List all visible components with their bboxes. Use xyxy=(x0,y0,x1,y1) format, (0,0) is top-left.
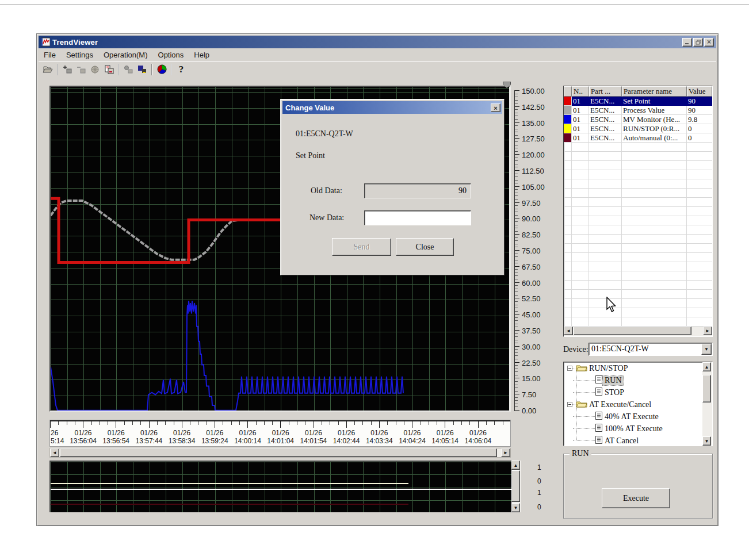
copy-data-icon[interactable] xyxy=(102,63,116,76)
table-row[interactable] xyxy=(564,290,712,299)
dialog-title-bar[interactable]: Change Value xyxy=(282,101,502,114)
scroll-thumb[interactable] xyxy=(511,470,520,502)
table-scrollbar[interactable]: ◄ ► xyxy=(564,327,712,336)
tree-item-label: AT Execute/Cancel xyxy=(587,400,653,409)
scroll-down-arrow[interactable]: ▼ xyxy=(511,503,520,512)
scroll-thumb[interactable] xyxy=(60,448,497,457)
table-row[interactable] xyxy=(564,299,712,308)
table-row[interactable] xyxy=(564,308,712,317)
y-axis-label: 60.00 xyxy=(522,279,541,287)
scroll-up-arrow[interactable]: ▲ xyxy=(511,461,520,470)
y-axis-label: 75.00 xyxy=(522,247,541,255)
comm-settings-icon[interactable] xyxy=(88,63,102,76)
table-row[interactable] xyxy=(564,152,712,161)
table-row[interactable] xyxy=(564,216,712,225)
tree-item-at-execute-cancel[interactable]: AT Execute/Cancel xyxy=(564,398,712,411)
overlap-display-icon[interactable] xyxy=(135,63,149,76)
table-row[interactable] xyxy=(564,170,712,179)
scroll-right-arrow[interactable]: ► xyxy=(703,327,712,335)
table-row[interactable] xyxy=(564,161,712,170)
table-row[interactable]: 01E5CN...Set Point90 xyxy=(564,97,712,106)
scroll-left-arrow[interactable]: ◄ xyxy=(564,327,573,335)
table-row[interactable] xyxy=(564,281,712,290)
y-axis-label: 112.50 xyxy=(522,167,544,175)
digital-chart-scrollbar[interactable]: ▲ ▼ xyxy=(511,461,521,512)
table-row[interactable]: 01E5CN...Process Value90 xyxy=(564,106,712,115)
table-row[interactable] xyxy=(564,271,712,281)
table-cell xyxy=(622,299,687,308)
scroll-right-arrow[interactable]: ► xyxy=(501,448,510,457)
time-axis-label: 01/2613:59:24 xyxy=(197,429,232,445)
close-button[interactable]: Close xyxy=(396,238,454,256)
scroll-up-arrow[interactable]: ▲ xyxy=(702,362,711,371)
table-cell xyxy=(589,271,622,281)
tree-item-run[interactable]: RUN xyxy=(564,374,712,386)
open-file-icon[interactable] xyxy=(41,63,55,76)
help-icon[interactable]: ? xyxy=(174,63,188,76)
restore-button[interactable] xyxy=(693,38,703,47)
add-trend-icon[interactable] xyxy=(60,63,74,76)
table-row[interactable]: 01E5CN...Auto/manual (0:...0 xyxy=(564,133,712,143)
table-cell xyxy=(589,253,622,262)
remove-trend-icon[interactable] xyxy=(74,63,88,76)
table-row[interactable] xyxy=(564,143,712,152)
title-bar[interactable]: TrendViewer × xyxy=(39,36,716,48)
column-header-value[interactable]: Value xyxy=(687,86,712,97)
column-header-parameter-name[interactable]: Parameter name xyxy=(622,86,687,97)
table-row[interactable]: 01E5CN...MV Monitor (He...9.8 xyxy=(564,115,712,124)
minimize-button[interactable] xyxy=(682,38,692,47)
tree-item-run-stop[interactable]: RUN/STOP xyxy=(564,362,712,374)
point-display-icon[interactable] xyxy=(121,63,135,76)
digital-chart-wrap: ▲ ▼ 1010 xyxy=(49,461,521,512)
scroll-down-arrow[interactable]: ▼ xyxy=(702,436,711,446)
menu-item-file[interactable]: File xyxy=(39,49,61,60)
table-cell xyxy=(622,317,687,327)
pie-graph-icon[interactable] xyxy=(155,63,169,76)
table-row[interactable] xyxy=(564,317,712,327)
new-data-input[interactable] xyxy=(364,210,471,225)
column-header-swatch[interactable] xyxy=(564,86,572,97)
close-button[interactable]: × xyxy=(704,38,714,47)
execute-button[interactable]: Execute xyxy=(602,488,670,508)
y-axis-label: 22.50 xyxy=(522,359,541,367)
device-combobox[interactable]: 01:E5CN-Q2T-W ▼ xyxy=(588,343,713,356)
table-cell xyxy=(622,281,687,290)
menu-item-settings[interactable]: Settings xyxy=(61,49,98,60)
tree-item-100-at-execute[interactable]: 100% AT Execute xyxy=(564,423,712,435)
table-cell xyxy=(589,170,622,179)
menu-item-options[interactable]: Options xyxy=(153,49,189,60)
tree-expand-icon[interactable] xyxy=(567,366,572,371)
tree-scrollbar[interactable]: ▲ ▼ xyxy=(702,362,712,446)
table-row[interactable] xyxy=(564,189,712,198)
table-row[interactable] xyxy=(564,207,712,216)
time-scrollbar[interactable]: ◄ ► xyxy=(49,448,511,458)
table-cell xyxy=(572,235,589,244)
table-row[interactable]: 01E5CN...RUN/STOP (0:R...0 xyxy=(564,124,712,133)
change-value-dialog: Change Value × 01:E5CN-Q2T-W Set Point O… xyxy=(280,99,505,275)
table-row[interactable] xyxy=(564,262,712,271)
column-header-part-[interactable]: Part ... xyxy=(589,86,622,97)
column-header-n-[interactable]: N.. xyxy=(572,86,589,97)
table-row[interactable] xyxy=(564,244,712,253)
send-button[interactable]: Send xyxy=(332,238,391,256)
tree-expand-icon[interactable] xyxy=(567,402,572,407)
menu-item-help[interactable]: Help xyxy=(189,49,215,60)
scroll-thumb[interactable] xyxy=(574,327,691,335)
table-row[interactable] xyxy=(564,198,712,207)
tree-item-40-at-execute[interactable]: 40% AT Execute xyxy=(564,411,712,423)
time-axis-label: 01/2614:04:24 xyxy=(395,429,430,445)
combobox-dropdown-arrow[interactable]: ▼ xyxy=(701,344,712,355)
table-cell xyxy=(589,244,622,253)
table-row[interactable] xyxy=(564,179,712,189)
scroll-left-arrow[interactable]: ◄ xyxy=(50,448,59,457)
table-row[interactable] xyxy=(564,225,712,235)
table-row[interactable] xyxy=(564,235,712,244)
scroll-thumb[interactable] xyxy=(702,375,711,402)
dialog-close-icon[interactable]: × xyxy=(491,103,500,112)
menu-item-operationm[interactable]: Operation(M) xyxy=(98,49,153,60)
tree-item-at-cancel[interactable]: AT Cancel xyxy=(564,435,712,446)
tree-item-stop[interactable]: STOP xyxy=(564,386,712,398)
table-row[interactable] xyxy=(564,253,712,262)
tree-item-label: 100% AT Execute xyxy=(603,424,664,434)
table-header-row[interactable]: N..Part ...Parameter nameValue xyxy=(564,86,712,97)
